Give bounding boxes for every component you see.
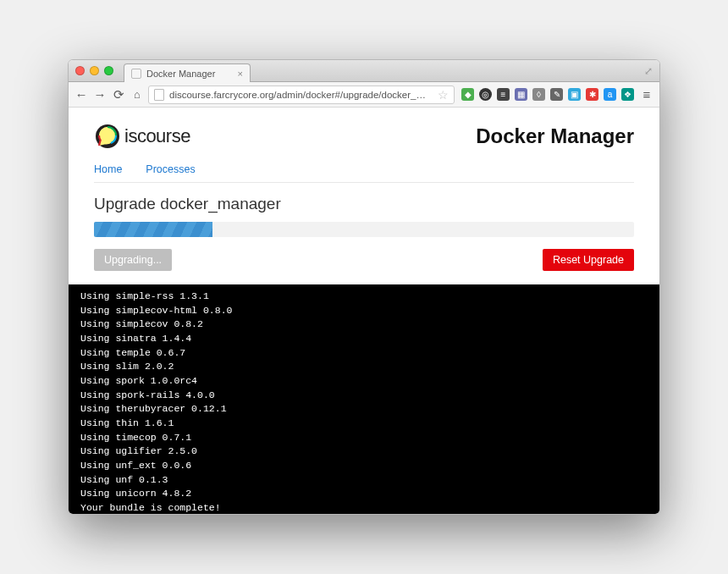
extension-icon[interactable]: ▣: [568, 88, 581, 101]
tab-title: Docker Manager: [146, 69, 215, 79]
nav-processes[interactable]: Processes: [146, 163, 195, 175]
menu-icon[interactable]: ≡: [639, 88, 654, 101]
extension-icon[interactable]: ❖: [621, 88, 634, 101]
extension-icon[interactable]: ✱: [586, 88, 598, 101]
page-icon: [154, 89, 164, 101]
home-button[interactable]: ⌂: [130, 89, 145, 100]
extension-icon[interactable]: ≡: [497, 88, 510, 101]
close-tab-icon[interactable]: ×: [238, 69, 243, 79]
discourse-logo-icon: [94, 123, 121, 150]
expand-icon[interactable]: ⤢: [644, 65, 653, 77]
browser-window: Docker Manager × ⤢ ← → ⟳ ⌂ discourse.far…: [68, 59, 660, 515]
extension-icons: ◆ ◎ ≡ ▦ ◊ ✎ ▣ ✱ a ❖ ≡: [458, 88, 654, 101]
extension-icon[interactable]: a: [604, 88, 616, 101]
logo-text: iscourse: [124, 125, 190, 147]
page-icon: [131, 69, 141, 79]
bookmark-star-icon[interactable]: ☆: [438, 88, 449, 102]
progress-fill: [94, 222, 212, 237]
reset-upgrade-button[interactable]: Reset Upgrade: [543, 249, 634, 271]
action-row: Upgrading... Reset Upgrade: [94, 249, 634, 271]
extension-icon[interactable]: ◎: [479, 88, 492, 101]
reload-button[interactable]: ⟳: [111, 88, 126, 101]
upgrading-button: Upgrading...: [94, 249, 172, 271]
browser-tab[interactable]: Docker Manager ×: [124, 63, 251, 82]
browser-toolbar: ← → ⟳ ⌂ discourse.farcrycore.org/admin/d…: [69, 82, 659, 108]
url-text: discourse.farcrycore.org/admin/docker#/u…: [169, 90, 433, 100]
forward-button[interactable]: →: [92, 88, 108, 101]
tab-strip: Docker Manager × ⤢: [69, 60, 659, 82]
sub-nav: Home Processes: [94, 158, 634, 183]
page-title: Docker Manager: [476, 124, 634, 148]
address-bar[interactable]: discourse.farcrycore.org/admin/docker#/u…: [148, 86, 455, 104]
console-output: Using simple-rss 1.3.1 Using simplecov-h…: [69, 284, 659, 514]
page-header: iscourse Docker Manager: [94, 123, 634, 150]
extension-icon[interactable]: ✎: [550, 88, 563, 101]
progress-bar: [94, 222, 634, 237]
extension-icon[interactable]: ◆: [461, 88, 474, 101]
nav-home[interactable]: Home: [94, 163, 122, 175]
traffic-lights: [75, 66, 113, 75]
discourse-logo[interactable]: iscourse: [94, 123, 190, 150]
minimize-window-button[interactable]: [90, 66, 99, 75]
zoom-window-button[interactable]: [104, 66, 113, 75]
page-content: iscourse Docker Manager Home Processes U…: [69, 108, 659, 514]
close-window-button[interactable]: [75, 66, 85, 75]
section-heading: Upgrade docker_manager: [94, 195, 634, 213]
extension-icon[interactable]: ◊: [532, 88, 545, 101]
back-button[interactable]: ←: [74, 88, 89, 101]
extension-icon[interactable]: ▦: [515, 88, 527, 101]
